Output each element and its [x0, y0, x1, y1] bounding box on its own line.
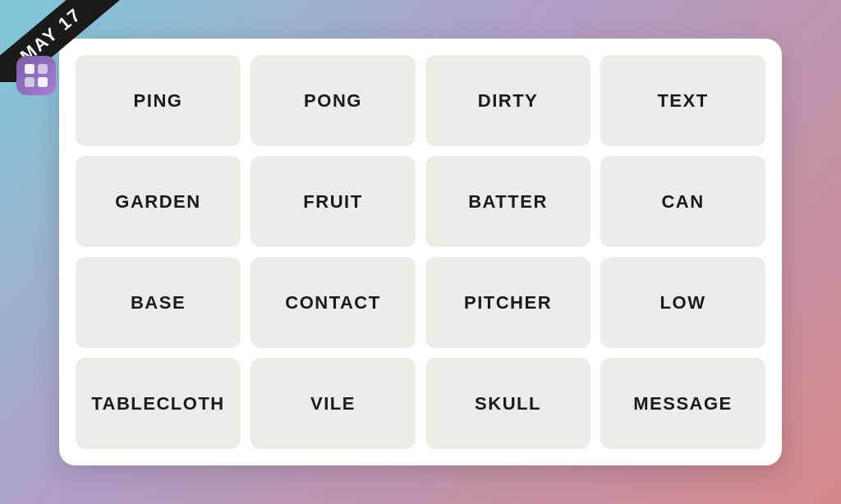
tile-vile[interactable]: VILE	[250, 358, 416, 449]
svg-rect-1	[38, 64, 48, 74]
tile-label-garden: GARDEN	[115, 191, 200, 213]
tile-message[interactable]: MESSAGE	[600, 358, 765, 449]
tile-label-batter: BATTER	[468, 191, 548, 213]
tile-label-fruit: FRUIT	[303, 191, 362, 213]
game-board: PINGPONGDIRTYTEXTGARDENFRUITBATTERCANBAS…	[59, 39, 782, 465]
tile-label-text: TEXT	[657, 90, 708, 112]
tile-tablecloth[interactable]: TABLECLOTH	[76, 358, 241, 449]
tile-pitcher[interactable]: PITCHER	[425, 257, 591, 348]
tile-label-pitcher: PITCHER	[464, 292, 552, 314]
tile-label-skull: SKULL	[475, 393, 541, 415]
tile-label-dirty: DIRTY	[478, 90, 539, 112]
tile-base[interactable]: BASE	[76, 257, 241, 348]
tile-dirty[interactable]: DIRTY	[425, 55, 591, 146]
tile-pong[interactable]: PONG	[250, 55, 416, 146]
svg-rect-3	[38, 77, 48, 87]
tile-label-message: MESSAGE	[633, 393, 733, 415]
tile-can[interactable]: CAN	[600, 156, 765, 247]
tile-skull[interactable]: SKULL	[425, 358, 591, 449]
tile-label-base: BASE	[131, 292, 186, 314]
tile-label-contact: CONTACT	[285, 292, 380, 314]
tile-label-pong: PONG	[304, 90, 362, 112]
tile-label-tablecloth: TABLECLOTH	[91, 393, 224, 415]
tile-contact[interactable]: CONTACT	[250, 257, 416, 348]
app-icon	[16, 56, 56, 95]
svg-rect-0	[25, 64, 34, 74]
tile-fruit[interactable]: FRUIT	[250, 156, 416, 247]
tile-low[interactable]: LOW	[600, 257, 765, 348]
tile-batter[interactable]: BATTER	[425, 156, 591, 247]
tile-label-low: LOW	[660, 292, 706, 314]
tile-text[interactable]: TEXT	[600, 55, 765, 146]
tile-label-vile: VILE	[310, 393, 356, 415]
tile-garden[interactable]: GARDEN	[76, 156, 241, 247]
svg-rect-2	[25, 77, 34, 87]
tile-label-can: CAN	[661, 191, 704, 213]
tile-label-ping: PING	[134, 90, 183, 112]
